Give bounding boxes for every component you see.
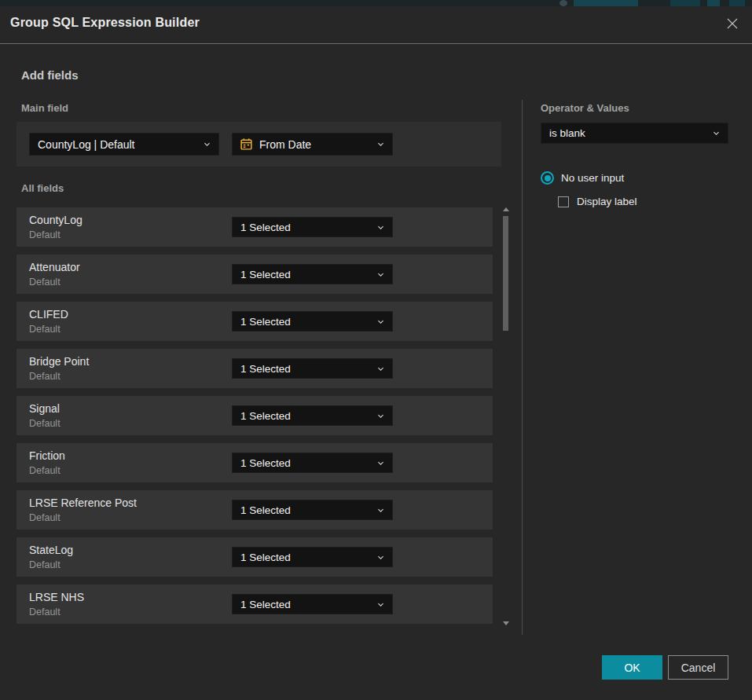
selection-value: 1 Selected bbox=[233, 552, 376, 563]
field-selection-dropdown[interactable]: 1 Selected bbox=[232, 311, 393, 332]
operator-values-label: Operator & Values bbox=[541, 102, 629, 114]
field-row: Attenuator Default 1 Selected bbox=[17, 255, 493, 294]
field-selection-dropdown[interactable]: 1 Selected bbox=[232, 264, 393, 284]
field-row: StateLog Default 1 Selected bbox=[17, 537, 493, 577]
selection-value: 1 Selected bbox=[233, 222, 376, 233]
field-row: CLIFED Default 1 Selected bbox=[17, 302, 493, 341]
field-selection-dropdown[interactable]: 1 Selected bbox=[232, 217, 393, 237]
chevron-down-icon bbox=[376, 140, 385, 148]
calendar-icon bbox=[240, 137, 253, 151]
field-name: Signal bbox=[29, 402, 60, 415]
main-field-panel: CountyLog | Default From Date bbox=[17, 122, 501, 167]
field-subtitle: Default bbox=[29, 465, 61, 476]
field-name: Bridge Point bbox=[29, 355, 89, 368]
display-label-checkbox[interactable] bbox=[558, 196, 569, 207]
no-user-input-option[interactable]: No user input bbox=[541, 171, 624, 185]
field-subtitle: Default bbox=[29, 559, 61, 570]
field-row: CountyLog Default 1 Selected bbox=[17, 207, 493, 247]
field-name: Attenuator bbox=[29, 261, 80, 273]
scroll-down-icon[interactable] bbox=[503, 621, 509, 625]
group-sql-expression-builder-dialog: Group SQL Expression Builder Add fields … bbox=[0, 6, 752, 700]
cancel-button[interactable]: Cancel bbox=[668, 655, 728, 680]
selection-value: 1 Selected bbox=[233, 363, 376, 375]
dialog-titlebar: Group SQL Expression Builder bbox=[0, 6, 752, 44]
main-field-dropdown[interactable]: From Date bbox=[232, 133, 393, 156]
chevron-down-icon bbox=[376, 459, 385, 467]
selection-value: 1 Selected bbox=[233, 599, 376, 610]
field-row: LRSE Reference Post Default 1 Selected bbox=[17, 490, 493, 530]
source-dropdown-value: CountyLog | Default bbox=[30, 138, 203, 151]
field-name: LRSE NHS bbox=[29, 591, 84, 603]
chevron-down-icon bbox=[376, 506, 385, 515]
field-subtitle: Default bbox=[29, 512, 61, 523]
selection-value: 1 Selected bbox=[233, 269, 376, 280]
panel-divider bbox=[522, 100, 523, 635]
background-fragment bbox=[729, 0, 745, 6]
background-fragment bbox=[707, 0, 720, 6]
field-selection-dropdown[interactable]: 1 Selected bbox=[232, 453, 393, 473]
field-subtitle: Default bbox=[29, 324, 61, 335]
main-field-source-dropdown[interactable]: CountyLog | Default bbox=[29, 133, 219, 156]
chevron-down-icon bbox=[376, 317, 385, 326]
dialog-title: Group SQL Expression Builder bbox=[10, 16, 200, 30]
field-selection-dropdown[interactable]: 1 Selected bbox=[232, 405, 393, 426]
field-name: Friction bbox=[29, 449, 65, 462]
field-row: Bridge Point Default 1 Selected bbox=[17, 349, 493, 388]
field-subtitle: Default bbox=[29, 418, 61, 429]
operator-dropdown-value: is blank bbox=[541, 127, 712, 139]
field-row: Friction Default 1 Selected bbox=[17, 443, 493, 482]
chevron-down-icon bbox=[376, 223, 385, 232]
chevron-down-icon bbox=[376, 600, 385, 609]
field-row: LRSE NHS Default 1 Selected bbox=[17, 585, 493, 624]
scroll-up-icon[interactable] bbox=[503, 207, 509, 211]
field-subtitle: Default bbox=[29, 607, 61, 618]
selection-value: 1 Selected bbox=[233, 457, 376, 469]
add-fields-heading: Add fields bbox=[21, 68, 79, 82]
selection-value: 1 Selected bbox=[233, 316, 376, 328]
field-selection-dropdown[interactable]: 1 Selected bbox=[232, 358, 393, 379]
chevron-down-icon bbox=[376, 270, 385, 279]
field-row: Signal Default 1 Selected bbox=[17, 396, 493, 435]
ok-button[interactable]: OK bbox=[602, 655, 662, 680]
chevron-down-icon bbox=[376, 365, 385, 373]
selection-value: 1 Selected bbox=[233, 410, 376, 422]
no-user-input-label: No user input bbox=[561, 172, 624, 184]
all-fields-list: CountyLog Default 1 Selected Attenuator … bbox=[17, 207, 493, 625]
display-label-option[interactable]: Display label bbox=[558, 196, 637, 207]
chevron-down-icon bbox=[203, 140, 211, 148]
field-selection-dropdown[interactable]: 1 Selected bbox=[232, 547, 393, 567]
background-fragment bbox=[559, 0, 567, 6]
operator-dropdown[interactable]: is blank bbox=[541, 123, 728, 144]
chevron-down-icon bbox=[376, 412, 385, 420]
main-field-label: Main field bbox=[21, 102, 68, 114]
display-label-text: Display label bbox=[577, 196, 637, 207]
field-selection-dropdown[interactable]: 1 Selected bbox=[232, 500, 393, 520]
background-fragment bbox=[670, 0, 700, 6]
background-app-toolbar bbox=[0, 0, 752, 6]
background-fragment bbox=[574, 0, 638, 6]
no-user-input-radio[interactable] bbox=[541, 171, 554, 185]
field-name: CLIFED bbox=[29, 308, 68, 321]
field-selection-dropdown[interactable]: 1 Selected bbox=[232, 594, 393, 614]
scrollbar-thumb[interactable] bbox=[503, 216, 508, 331]
fields-list-scrollbar[interactable] bbox=[501, 206, 511, 627]
field-name: CountyLog bbox=[29, 214, 83, 226]
chevron-down-icon bbox=[712, 129, 721, 137]
field-name: LRSE Reference Post bbox=[29, 497, 137, 509]
all-fields-label: All fields bbox=[21, 182, 64, 194]
selection-value: 1 Selected bbox=[233, 504, 376, 516]
field-name: StateLog bbox=[29, 544, 73, 556]
field-subtitle: Default bbox=[29, 229, 61, 240]
main-field-dropdown-value: From Date bbox=[253, 138, 376, 151]
chevron-down-icon bbox=[376, 553, 385, 562]
close-icon[interactable] bbox=[724, 16, 740, 31]
field-subtitle: Default bbox=[29, 371, 61, 382]
field-subtitle: Default bbox=[29, 277, 61, 288]
